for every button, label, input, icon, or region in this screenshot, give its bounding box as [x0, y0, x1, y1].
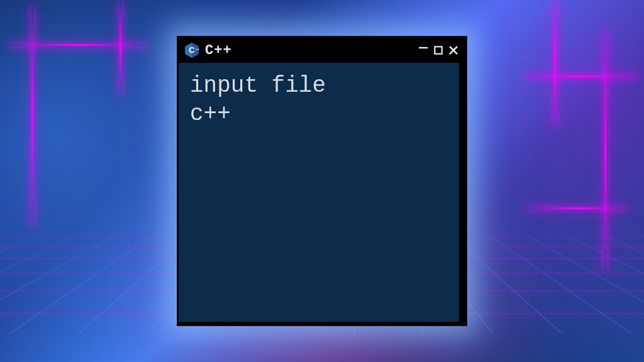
- neon-line: [9, 44, 148, 46]
- terminal-content[interactable]: input file c++: [179, 63, 465, 324]
- maximize-button[interactable]: [431, 43, 445, 57]
- neon-line: [31, 6, 33, 226]
- neon-line: [525, 75, 638, 77]
- terminal-window: C + + C++ input file c++: [177, 36, 467, 326]
- neon-line: [604, 31, 606, 270]
- neon-line: [554, 0, 556, 126]
- window-title: C++: [205, 43, 411, 58]
- content-line-2: c++: [190, 101, 231, 127]
- minimize-button[interactable]: [416, 43, 430, 57]
- svg-text:C: C: [189, 45, 195, 55]
- window-controls: [416, 43, 460, 57]
- neon-line: [528, 207, 628, 209]
- cpp-logo-icon: C + +: [184, 42, 200, 58]
- neon-line: [119, 0, 121, 94]
- svg-text:+: +: [197, 48, 199, 51]
- svg-text:+: +: [196, 48, 197, 51]
- content-line-1: input file: [190, 73, 326, 99]
- titlebar[interactable]: C + + C++: [179, 38, 465, 63]
- close-button[interactable]: [447, 43, 460, 57]
- svg-rect-6: [435, 47, 441, 53]
